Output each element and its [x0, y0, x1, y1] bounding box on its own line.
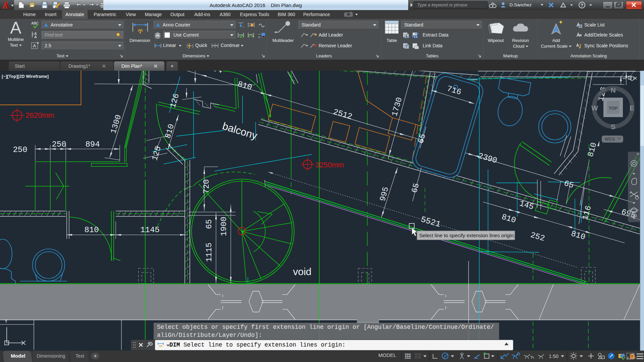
- svg-text:894: 894: [85, 140, 100, 149]
- svg-text:145: 145: [518, 199, 535, 212]
- svg-text:void: void: [293, 266, 311, 277]
- svg-text:1:50: 1:50: [549, 353, 558, 359]
- svg-text:TOP: TOP: [609, 106, 618, 111]
- svg-text:S: S: [611, 123, 615, 131]
- svg-text:3250mm: 3250mm: [315, 161, 344, 169]
- svg-text:?: ?: [581, 3, 583, 8]
- svg-text:2512: 2512: [332, 107, 353, 121]
- svg-text:2390: 2390: [477, 151, 498, 165]
- svg-text:810: 810: [84, 225, 99, 235]
- svg-text:2620mm: 2620mm: [25, 111, 54, 119]
- svg-text:N: N: [610, 86, 615, 94]
- svg-text:1730: 1730: [390, 96, 404, 117]
- svg-text:404: 404: [207, 71, 223, 75]
- svg-text:995: 995: [378, 186, 390, 202]
- svg-text:[−][Top][2D Wireframe]: [−][Top][2D Wireframe]: [2, 74, 49, 79]
- svg-text:E: E: [630, 104, 634, 112]
- svg-text:810: 810: [163, 123, 176, 139]
- svg-text:Select line to specify extensi: Select line to specify extension lines o…: [419, 232, 515, 238]
- svg-text:W: W: [591, 104, 598, 112]
- svg-text:65: 65: [563, 179, 575, 190]
- svg-text:1300: 1300: [109, 114, 123, 135]
- svg-text:5521: 5521: [420, 215, 442, 229]
- svg-text:65: 65: [410, 182, 421, 194]
- svg-text:116: 116: [581, 205, 593, 221]
- svg-text:A: A: [33, 43, 36, 48]
- svg-text:WCS: WCS: [605, 137, 615, 142]
- svg-text:720: 720: [202, 179, 211, 194]
- svg-text:810: 810: [500, 212, 517, 225]
- svg-text:balcony: balcony: [221, 120, 259, 142]
- svg-text:1900: 1900: [219, 217, 228, 236]
- svg-text:810: 810: [586, 142, 599, 158]
- svg-text:Y: Y: [5, 319, 8, 324]
- svg-text:250: 250: [52, 140, 66, 149]
- svg-text:125: 125: [150, 145, 163, 161]
- svg-text:252: 252: [529, 230, 546, 243]
- svg-text:A: A: [34, 35, 37, 39]
- svg-text:250: 250: [13, 145, 27, 154]
- svg-text:65: 65: [205, 219, 214, 229]
- svg-text:810: 810: [236, 80, 253, 92]
- svg-text:1145: 1145: [140, 225, 160, 235]
- svg-text:1115: 1115: [205, 243, 214, 262]
- svg-text:126: 126: [168, 92, 181, 109]
